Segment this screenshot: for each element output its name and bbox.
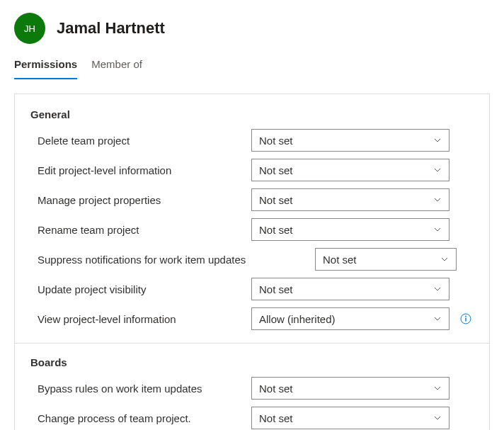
chevron-down-icon — [433, 136, 442, 145]
permission-row: Rename team projectNot set — [30, 218, 474, 241]
permission-label: Suppress notifications for work item upd… — [30, 254, 307, 266]
section-boards: Boards Bypass rules on work item updates… — [30, 356, 474, 429]
permission-dropdown[interactable]: Not set — [251, 188, 449, 211]
permission-dropdown[interactable]: Not set — [251, 407, 449, 429]
permission-dropdown[interactable]: Not set — [251, 129, 449, 152]
permissions-panel: General Delete team projectNot setEdit p… — [14, 94, 490, 430]
chevron-down-icon — [433, 225, 442, 234]
user-header: JH Jamal Hartnett — [0, 0, 504, 51]
info-icon[interactable] — [460, 313, 471, 324]
permission-dropdown[interactable]: Allow (inherited) — [251, 307, 449, 330]
chevron-down-icon — [433, 315, 442, 323]
section-boards-title: Boards — [30, 356, 474, 368]
permission-value: Not set — [259, 383, 293, 395]
section-divider — [15, 343, 489, 344]
user-name: Jamal Hartnett — [57, 19, 165, 38]
tab-member-of[interactable]: Member of — [91, 51, 142, 79]
tab-permissions[interactable]: Permissions — [14, 51, 77, 79]
chevron-down-icon — [433, 285, 442, 293]
permission-label: Rename team project — [30, 224, 243, 236]
permission-dropdown[interactable]: Not set — [251, 278, 449, 300]
svg-point-1 — [465, 316, 466, 317]
permission-value: Allow (inherited) — [259, 313, 336, 325]
permission-label: Edit project-level information — [30, 164, 243, 176]
tab-permissions-label: Permissions — [14, 58, 77, 70]
permission-row: Bypass rules on work item updatesNot set — [30, 377, 474, 400]
svg-rect-2 — [465, 318, 466, 322]
permission-value: Not set — [259, 194, 293, 206]
tabs: Permissions Member of — [0, 51, 504, 79]
permission-label: Change process of team project. — [30, 412, 243, 424]
chevron-down-icon — [433, 196, 442, 204]
permission-row: Change process of team project.Not set — [30, 407, 474, 429]
permission-row: View project-level informationAllow (inh… — [30, 307, 474, 330]
chevron-down-icon — [433, 414, 442, 422]
section-general: General Delete team projectNot setEdit p… — [30, 108, 474, 330]
permission-row: Suppress notifications for work item upd… — [30, 248, 474, 271]
permission-label: Manage project properties — [30, 194, 243, 206]
permission-label: Bypass rules on work item updates — [30, 383, 243, 395]
avatar-initials: JH — [24, 23, 35, 34]
permission-row: Edit project-level informationNot set — [30, 159, 474, 181]
permission-dropdown[interactable]: Not set — [251, 218, 449, 241]
tab-member-of-label: Member of — [91, 58, 142, 70]
permission-value: Not set — [323, 254, 357, 266]
permission-label: Delete team project — [30, 135, 243, 147]
chevron-down-icon — [433, 384, 442, 392]
permission-dropdown[interactable]: Not set — [251, 377, 449, 400]
permission-dropdown[interactable]: Not set — [251, 159, 449, 181]
permission-label: View project-level information — [30, 313, 243, 325]
chevron-down-icon — [440, 255, 449, 264]
chevron-down-icon — [433, 166, 442, 174]
permission-value: Not set — [259, 283, 293, 295]
permission-value: Not set — [259, 135, 293, 147]
permission-row: Update project visibilityNot set — [30, 278, 474, 300]
permission-value: Not set — [259, 412, 293, 424]
permission-row: Delete team projectNot set — [30, 129, 474, 152]
permission-value: Not set — [259, 224, 293, 236]
permission-dropdown[interactable]: Not set — [315, 248, 457, 271]
avatar: JH — [14, 13, 45, 44]
section-general-title: General — [30, 108, 474, 120]
info-column — [458, 313, 474, 324]
permission-value: Not set — [259, 164, 293, 176]
permission-label: Update project visibility — [30, 283, 243, 295]
permission-row: Manage project propertiesNot set — [30, 188, 474, 211]
